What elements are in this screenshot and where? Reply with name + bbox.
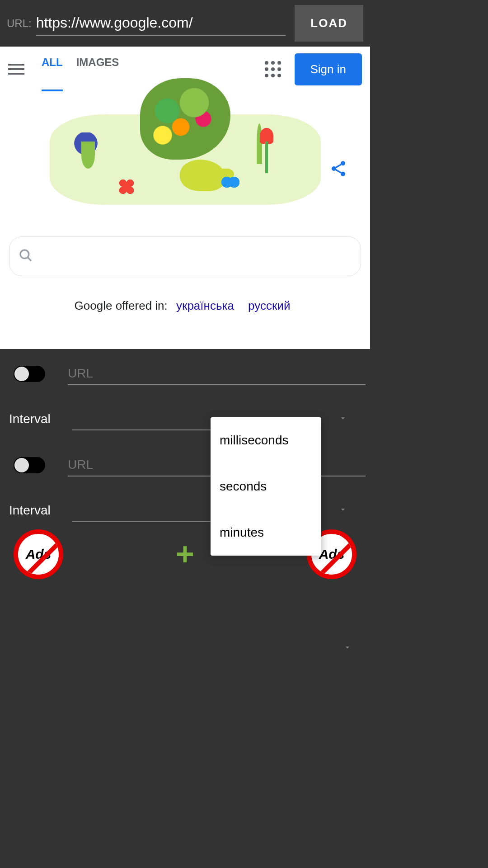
- url-field-1[interactable]: [68, 363, 366, 385]
- dropdown-option-seconds[interactable]: seconds: [211, 463, 321, 509]
- lang-link-ukrainian[interactable]: українська: [176, 299, 234, 312]
- offered-in-label: Google offered in:: [75, 299, 168, 312]
- tab-images[interactable]: IMAGES: [76, 56, 119, 82]
- toggle-2[interactable]: [14, 457, 45, 473]
- dropdown-option-minutes[interactable]: minutes: [211, 509, 321, 556]
- time-unit-dropdown: milliseconds seconds minutes: [211, 417, 321, 556]
- share-icon[interactable]: [329, 160, 347, 179]
- svg-point-3: [20, 250, 29, 259]
- svg-point-2: [341, 172, 345, 176]
- language-row: Google offered in: українська русский: [0, 299, 370, 313]
- svg-point-0: [341, 161, 345, 165]
- add-icon[interactable]: +: [176, 538, 194, 570]
- interval-label-2: Interval: [9, 503, 59, 518]
- url-row-1: [5, 354, 366, 394]
- google-search-input[interactable]: [9, 236, 361, 276]
- interval-label-1: Interval: [9, 412, 59, 426]
- app-url-bar: URL: LOAD: [0, 0, 370, 47]
- hamburger-menu-icon[interactable]: [8, 59, 28, 79]
- toggle-1[interactable]: [14, 366, 45, 382]
- chevron-down-icon[interactable]: [338, 414, 347, 425]
- url-input[interactable]: [36, 11, 286, 36]
- lang-link-russian[interactable]: русский: [248, 299, 290, 312]
- google-apps-icon[interactable]: [265, 61, 281, 77]
- dropdown-option-milliseconds[interactable]: milliseconds: [211, 417, 321, 463]
- load-button[interactable]: LOAD: [295, 5, 363, 42]
- settings-panel: Interval Interval Ads + Ads: [0, 349, 370, 658]
- interval-field-2[interactable]: [72, 499, 212, 522]
- no-ads-icon-left[interactable]: Ads: [14, 529, 63, 579]
- search-icon: [19, 248, 33, 264]
- chevron-down-icon[interactable]: [343, 643, 352, 654]
- webview-content: ALL IMAGES Sign in Google offered in: [0, 47, 370, 349]
- tab-all[interactable]: ALL: [42, 56, 63, 82]
- svg-point-1: [332, 166, 336, 171]
- chevron-down-icon[interactable]: [338, 505, 347, 516]
- signin-button[interactable]: Sign in: [295, 53, 362, 85]
- google-tabs: ALL IMAGES: [42, 56, 119, 82]
- url-label: URL:: [7, 17, 32, 30]
- google-doodle[interactable]: [0, 92, 370, 227]
- interval-field-1[interactable]: [72, 408, 212, 430]
